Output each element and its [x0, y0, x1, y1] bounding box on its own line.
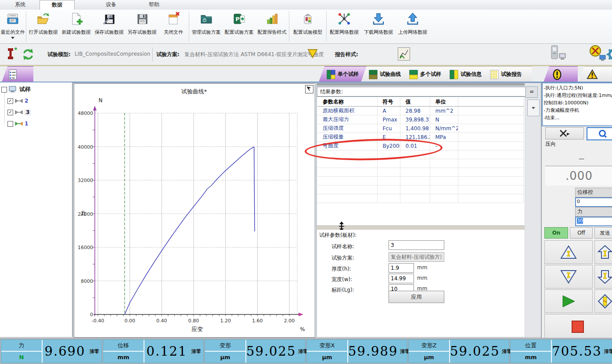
channel-unit: μm	[409, 352, 449, 363]
tab-label: 试验信息	[461, 71, 482, 78]
start-test-button[interactable]	[544, 289, 593, 313]
result-row-area[interactable]: 原始横截面积A28.98mm^2	[317, 107, 524, 115]
report-style-label: 报告样式:	[335, 51, 358, 58]
svg-text:0.40: 0.40	[156, 318, 167, 324]
status-line: -执行:(入口力:5N)	[544, 84, 612, 92]
tree-root-specimens[interactable]: 试样	[1, 86, 31, 93]
upload-network-button[interactable]: 上传网络数据	[396, 10, 430, 43]
tab-run-status[interactable]	[544, 66, 578, 82]
close-file-button[interactable]: 关闭文件	[158, 10, 188, 43]
status-panel-force: 力N 9.690 清零	[1, 339, 102, 363]
tree-item-specimen-1[interactable]: 1	[7, 120, 28, 127]
result-row-pmax[interactable]: 最大压缩力Pmax39,898.31N	[317, 115, 524, 124]
checkbox-checked[interactable]: ✓	[7, 110, 13, 115]
result-row-strength[interactable]: 压缩强度Fcu1,400.98N/mm^2	[317, 124, 524, 133]
toolbar-label: 另存试验数据	[128, 29, 157, 36]
scroll-down-button[interactable]	[527, 100, 540, 116]
config-scheme-button[interactable]: P 配置试验方案	[223, 10, 256, 43]
recent-files-icon	[6, 12, 20, 27]
tree-item-specimen-2[interactable]: ✓ 2	[7, 97, 28, 104]
network-config-button[interactable]: 配置网络数据	[327, 10, 361, 43]
checkbox-unchecked[interactable]	[1, 87, 7, 93]
specimen-add-icon[interactable]	[5, 46, 18, 63]
report-preview-button[interactable]	[398, 47, 410, 61]
on-button[interactable]: On	[544, 227, 568, 239]
stop-button[interactable]	[544, 314, 612, 339]
refresh-icon[interactable]	[21, 47, 35, 63]
run-process-button[interactable]	[587, 127, 612, 140]
position-display: .000	[545, 166, 612, 186]
tree-item-specimen-3[interactable]: ✓ 3	[7, 109, 31, 116]
toolbar-label: 配置网络数据	[330, 29, 359, 36]
download-network-button[interactable]: 下载网络数据	[361, 10, 396, 43]
specimen-name-field[interactable]	[389, 240, 444, 250]
specimen-protect-button[interactable]	[594, 289, 612, 313]
tree-root-label: 试样	[19, 86, 31, 93]
menu-tab-help[interactable]: 帮助	[134, 0, 174, 9]
settings-gear-icon[interactable]	[606, 46, 612, 64]
toolbar-label: 最近的文件	[1, 29, 25, 36]
channel-unit: μm	[307, 352, 347, 363]
test-model-button[interactable]: 配置试验模型	[290, 10, 326, 43]
apply-button[interactable]: 应用	[389, 291, 444, 303]
machine-status-icon[interactable]	[549, 45, 568, 64]
menu-tab-data[interactable]: 数据	[40, 0, 75, 10]
open-data-button[interactable]: 打开试验数据	[27, 10, 60, 43]
channel-name: 位置	[511, 340, 551, 352]
menu-tab-device[interactable]: 设备	[90, 0, 132, 9]
displacement-control-input[interactable]: 0	[575, 197, 612, 207]
fast-up-button[interactable]	[544, 240, 593, 264]
clear-button[interactable]: 清零	[602, 340, 612, 363]
specimen-form: 试样参数(板材): 试样名称: 试验方案: 厚度(h): mm 宽度(w): m…	[317, 230, 525, 337]
checkbox-unchecked[interactable]	[7, 121, 13, 127]
triangle-down-icon	[560, 269, 577, 284]
off-button[interactable]: Off	[570, 227, 593, 239]
chart-panel: 080001600024000320004000048000-0.400.000…	[74, 83, 315, 338]
model-label: 试验模型:	[47, 51, 71, 58]
tab-test-info[interactable]: 试验信息	[442, 66, 489, 82]
report-style-button[interactable]: 配置报告样式	[256, 10, 288, 43]
save-as-data-icon	[135, 12, 149, 27]
specimen-name-label: 试样名称:	[331, 243, 354, 250]
fast-down-button[interactable]	[544, 265, 593, 289]
save-as-data-button[interactable]: 另存试验数据	[126, 10, 158, 43]
config-separator	[152, 47, 153, 61]
menu-tab-system[interactable]: 系统	[4, 0, 37, 9]
tab-label: 试验曲线	[380, 71, 401, 78]
result-row-modulus[interactable]: 压缩模量E121,186.20MPa	[317, 133, 524, 142]
menubar: 系统 数据 设备 帮助	[0, 0, 612, 10]
play-icon	[561, 295, 576, 308]
channel-unit: mm	[103, 352, 144, 363]
tab-alarm[interactable]	[579, 66, 612, 82]
manage-scheme-button[interactable]: 管理试验方案	[190, 10, 223, 43]
force-control-input[interactable]: 30	[575, 217, 612, 226]
tab-multi-specimen[interactable]: 多个试样	[401, 66, 449, 82]
clear-button[interactable]: 清零	[189, 340, 203, 363]
cancel-process-icon	[559, 129, 570, 137]
tab-single-specimen[interactable]: 单个试样	[319, 66, 368, 82]
save-data-button[interactable]: 保存试验数据	[93, 10, 126, 43]
scheme-field-label: 试验方案:	[331, 254, 354, 262]
col-value: 值	[400, 97, 430, 107]
width-field[interactable]	[389, 274, 414, 283]
step-up-button[interactable]	[594, 240, 612, 264]
new-data-button[interactable]: 新建试验数据	[60, 10, 93, 43]
clear-button[interactable]: 清零	[87, 340, 101, 363]
channel-value: 9.690	[43, 340, 87, 363]
chart-zoom-button[interactable]	[305, 85, 313, 93]
filter-triangle-icon[interactable]	[307, 49, 318, 60]
flag-icon	[306, 86, 312, 92]
step-down-button[interactable]	[594, 265, 612, 289]
scheme-field	[389, 252, 444, 262]
result-row-bending[interactable]: 弯曲度By20000.01-	[317, 142, 524, 150]
tab-test-report[interactable]: 试验报告	[482, 66, 532, 82]
checkbox-checked[interactable]: ✓	[7, 98, 13, 104]
abort-process-button[interactable]	[545, 127, 584, 139]
thickness-field[interactable]	[389, 263, 414, 273]
splitter-grip[interactable]: =	[526, 86, 538, 98]
results-header: 结果参数:	[317, 87, 527, 97]
send-button[interactable]: 发送	[594, 227, 612, 239]
connection-error-icon[interactable]	[587, 45, 607, 64]
recent-files-button[interactable]: 最近的文件	[0, 10, 25, 43]
tab-test-curve[interactable]: 试验曲线	[361, 66, 408, 82]
